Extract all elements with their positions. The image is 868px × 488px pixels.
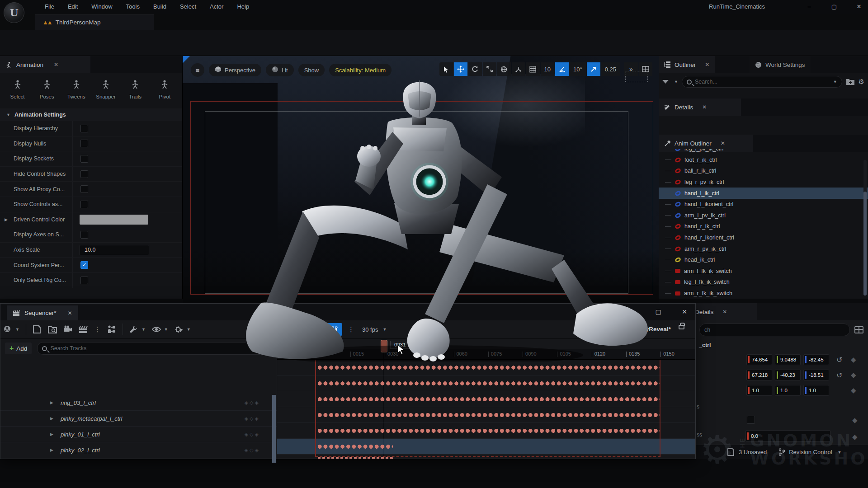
transform-field-x[interactable]: 67.218 [746, 370, 772, 380]
tab-thirdpersonmap[interactable]: ▲▲ ThirdPersonMap [35, 14, 154, 30]
render-movie-icon[interactable] [79, 325, 88, 334]
outliner-item-hand_l_ikorient_ctrl[interactable]: hand_l_ikorient_ctrl [659, 199, 868, 210]
close-icon[interactable]: ✕ [721, 140, 725, 146]
close-icon[interactable]: ✕ [705, 61, 709, 68]
details-checkbox[interactable] [747, 416, 755, 424]
track-scroll-thumb[interactable] [272, 395, 276, 463]
section-bound-end[interactable] [660, 360, 660, 457]
keyframe-diamond-icon[interactable]: ◆ [852, 416, 858, 424]
checkbox[interactable] [80, 201, 88, 208]
anim-tool-poses[interactable]: Poses [33, 80, 61, 99]
playback-start-marker[interactable] [315, 349, 316, 355]
checkbox[interactable]: ✓ [80, 261, 88, 269]
expand-arrow-icon[interactable]: ▶ [50, 448, 53, 452]
rotation-snap-value[interactable]: 10° [570, 62, 586, 76]
keyframe-strip[interactable] [317, 427, 660, 435]
track-row-ring_03_l_ctrl[interactable]: ▶ring_03_l_ctrl◈ ◇ ◈ [0, 395, 277, 411]
outliner-search[interactable]: ▼ [682, 76, 842, 88]
scale-snap-icon[interactable] [587, 62, 600, 76]
outliner-settings-icon[interactable]: ⚙ [859, 78, 864, 86]
checkbox[interactable] [80, 125, 88, 132]
keyframe-diamond-icon[interactable]: ◆ [851, 356, 856, 364]
key-row-pinky_01_l_ctrl[interactable] [277, 391, 695, 407]
anim-tool-tweens[interactable]: Tweens [62, 80, 90, 99]
rotate-tool-icon[interactable] [468, 62, 482, 76]
expand-arrow-icon[interactable]: ▶ [5, 217, 8, 222]
transform-field-y[interactable]: -40.23 [775, 370, 801, 380]
track-search[interactable] [37, 342, 272, 355]
menu-item-select[interactable]: Select [173, 0, 203, 14]
minimize-icon[interactable]: – [623, 305, 639, 319]
key-row-ring_03_l_ctrl[interactable] [277, 360, 695, 375]
transform-field-z[interactable]: 1.0 [803, 385, 829, 396]
sequencer-kebab-icon[interactable]: ⋮ [94, 325, 101, 333]
key-row-pinky_02_l_ctrl[interactable] [277, 407, 695, 423]
keyframe-diamond-icon[interactable]: ◆ [851, 386, 856, 394]
transform-field-z[interactable]: -18.51 [803, 370, 829, 380]
maximize-icon[interactable]: ▢ [651, 305, 666, 319]
maximize-icon[interactable]: ▢ [827, 0, 841, 14]
rotation-snap-icon[interactable] [555, 62, 569, 76]
wrench-icon[interactable]: ▼ [129, 325, 146, 334]
browse-sequence-icon[interactable] [48, 325, 57, 334]
menu-item-file[interactable]: File [38, 0, 61, 14]
surface-snap-icon[interactable] [512, 62, 525, 76]
undo-icon[interactable]: ↺ [836, 356, 845, 364]
track-row-pinky_03_l_ctrl[interactable]: ▶pinky_03_l_ctrl◈ ◇ ◈ [0, 458, 277, 459]
add-track-button[interactable]: + Add [5, 343, 32, 354]
revision-control[interactable]: Revision Control ▼ [778, 448, 841, 456]
animation-settings-header[interactable]: ▼ Animation Settings [0, 108, 182, 121]
key-row-pinky_metacarpal_l_ctrl[interactable] [277, 375, 695, 391]
filter-icon[interactable] [662, 80, 669, 84]
playhead-marker[interactable] [381, 340, 387, 352]
keyframe-strip[interactable] [317, 363, 660, 372]
section-bound-start[interactable] [315, 360, 316, 457]
keyframe-strip[interactable] [317, 395, 660, 404]
transform-field-z[interactable]: -82.45 [803, 354, 829, 365]
track-row-pinky_metacarpal_l_ctrl[interactable]: ▶pinky_metacarpal_l_ctrl◈ ◇ ◈ [0, 411, 277, 427]
keyframe-diamond-icon[interactable]: ◆ [852, 433, 858, 441]
keyframe-strip[interactable] [317, 379, 660, 388]
outliner-item-leg_l_pv_ik_ctrl[interactable]: leg_l_pv_ik_ctrl [659, 149, 868, 155]
track-search-input[interactable] [50, 345, 258, 352]
close-icon[interactable]: ✕ [722, 309, 727, 315]
outliner-item-hand_r_ikorient_ctrl[interactable]: hand_r_ikorient_ctrl [659, 232, 868, 244]
sequencer-titlebar[interactable]: Sequencer* ✕ – ▢ ✕ [0, 304, 695, 320]
details-search[interactable]: ch [699, 324, 850, 336]
key-navigation[interactable]: ◈ ◇ ◈ [245, 400, 259, 406]
transform-field-y[interactable]: 1.0 [775, 385, 801, 396]
snap-magnet-button[interactable] [327, 323, 342, 336]
checkbox[interactable] [80, 170, 88, 178]
tab-world-settings[interactable]: World Settings [750, 56, 811, 73]
transform-field-y[interactable]: 9.0488 [775, 354, 801, 365]
outliner-item-arm_r_fk_ik_switch[interactable]: arm_r_fk_ik_switch [659, 288, 868, 299]
outliner-item-hand_l_ik_ctrl[interactable]: hand_l_ik_ctrl [659, 188, 868, 199]
tab-sequencer[interactable]: Sequencer* ✕ [7, 305, 78, 320]
vp-pill-lit[interactable]: Lit [266, 64, 294, 76]
close-icon[interactable]: ✕ [702, 104, 707, 110]
scale-tool-icon[interactable] [483, 62, 496, 76]
world-coords-icon[interactable] [497, 62, 511, 76]
tab-details-bottom[interactable]: Details ✕ [689, 303, 757, 320]
key-row-hand_l_ik_ctrl[interactable] [277, 439, 695, 455]
sequence-browse-icon[interactable]: ▼ [3, 325, 19, 334]
undo-icon[interactable]: ↺ [836, 371, 845, 380]
outliner-item-arm_r_pv_ik_ctrl[interactable]: arm_r_pv_ik_ctrl [659, 243, 868, 254]
playback-options-icon[interactable]: ▼ [175, 325, 191, 334]
select-tool-icon[interactable] [439, 62, 453, 76]
grid-snap-value[interactable]: 10 [541, 62, 554, 76]
keyframe-diamond-icon[interactable]: ◆ [851, 371, 856, 379]
tab-animation[interactable]: Animation ✕ [0, 56, 90, 73]
outliner-item-hand_r_ik_ctrl[interactable]: hand_r_ik_ctrl [659, 221, 868, 232]
camera-icon[interactable] [63, 325, 72, 334]
keyframe-strip[interactable] [317, 442, 393, 451]
anim-tool-pivot[interactable]: Pivot [151, 80, 179, 99]
lock-icon[interactable] [679, 325, 684, 329]
menu-item-build[interactable]: Build [146, 0, 173, 14]
add-folder-icon[interactable] [846, 78, 855, 85]
scale-snap-value[interactable]: 0.25 [601, 62, 620, 76]
outliner-item-leg_l_fk_ik_switch[interactable]: leg_l_fk_ik_switch [659, 277, 868, 288]
save-sequence-icon[interactable] [33, 325, 42, 334]
keyframe-strip[interactable] [317, 411, 660, 419]
outliner-item-leg_r_pv_ik_ctrl[interactable]: leg_r_pv_ik_ctrl [659, 177, 868, 188]
